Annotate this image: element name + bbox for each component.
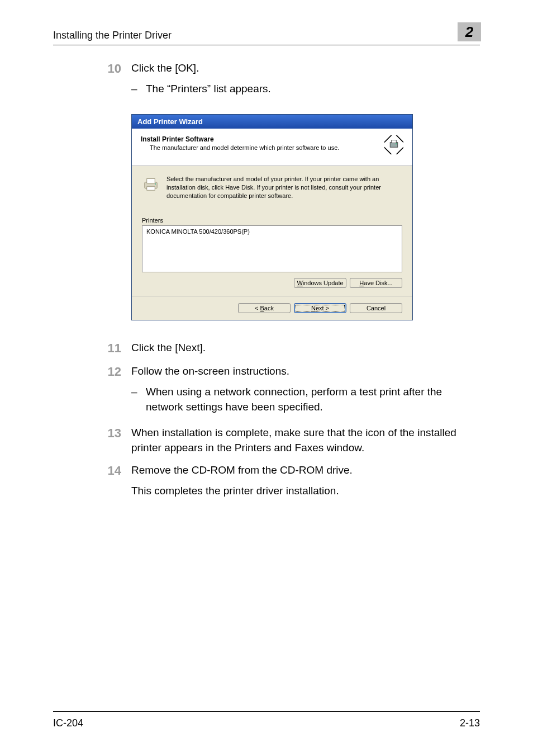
add-printer-wizard-dialog: Add Printer Wizard Install Printer Softw… [131,114,413,320]
step-number: 12 [53,364,131,418]
instruction-row: Select the manufacturer and model of you… [142,175,402,200]
banner-subtext: The manufacturer and model determine whi… [141,144,339,151]
dialog-title-bar: Add Printer Wizard [132,115,412,129]
step-number: 10 [53,61,131,100]
list-item[interactable]: KONICA MINOLTA 500/420/360PS(P) [146,228,398,235]
step-10: 10 Click the [OK]. – The “Printers” list… [53,61,480,100]
bullet-text: When using a network connection, perform… [146,385,480,414]
dash: – [131,385,146,414]
windows-update-button[interactable]: Windows Update [294,278,346,288]
instruction-text: Select the manufacturer and model of you… [166,175,402,200]
svg-rect-5 [147,179,155,183]
page-footer: IC-204 2-13 [53,711,480,729]
svg-point-7 [155,183,156,185]
printer-icon [142,175,160,200]
have-disk-button[interactable]: Have Disk... [350,278,402,288]
step-13: 13 When installation is complete, make s… [53,426,480,455]
printer-diamond-icon [384,135,403,157]
step-text: Click the [OK]. [131,61,480,76]
dialog-banner: Install Printer Software The manufacture… [132,129,412,166]
step-number: 14 [53,463,131,498]
step-text: Follow the on-screen instructions. [131,364,480,379]
page-header: Installing the Printer Driver 2 [53,22,480,45]
step-14: 14 Remove the CD-ROM from the CD-ROM dri… [53,463,480,498]
bullet-text: The “Printers” list appears. [146,82,480,97]
step-after-text: This completes the printer driver instal… [131,484,480,499]
cancel-button[interactable]: Cancel [350,303,402,313]
wizard-screenshot: Add Printer Wizard Install Printer Softw… [131,114,480,320]
printers-listbox[interactable]: KONICA MINOLTA 500/420/360PS(P) [142,225,402,272]
header-title: Installing the Printer Driver [53,30,172,41]
svg-rect-2 [392,140,397,143]
step-text: Click the [Next]. [131,341,480,356]
step-text: Remove the CD-ROM from the CD-ROM drive. [131,463,480,478]
svg-point-3 [396,143,397,144]
banner-heading: Install Printer Software [141,135,339,143]
footer-left: IC-204 [53,717,83,729]
printers-list-label: Printers [142,217,402,224]
step-11: 11 Click the [Next]. [53,341,480,357]
back-button[interactable]: < Back [238,303,291,313]
step-text: When installation is complete, make sure… [131,426,480,455]
step-sub-bullet: – When using a network connection, perfo… [131,385,480,414]
step-number: 13 [53,426,131,455]
next-button[interactable]: Next > [294,303,346,313]
svg-rect-6 [147,187,155,190]
step-12: 12 Follow the on-screen instructions. – … [53,364,480,418]
footer-right: 2-13 [460,717,480,729]
step-sub-bullet: – The “Printers” list appears. [131,82,480,97]
chapter-number-badge: 2 [458,22,481,41]
step-number: 11 [53,341,131,357]
dialog-footer: < Back Next > Cancel [132,296,412,320]
dash: – [131,82,146,97]
